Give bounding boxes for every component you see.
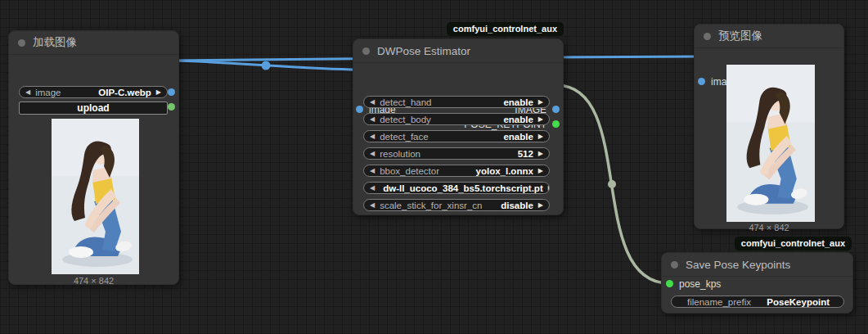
link-midpoint-dot[interactable] xyxy=(262,61,271,70)
preview-image xyxy=(726,65,815,222)
loaded-image-preview xyxy=(52,119,139,274)
node-preview-titlebar[interactable]: 预览图像 xyxy=(695,25,843,48)
combo-next-icon[interactable]: ▶ xyxy=(548,185,550,192)
node-source-badge: comfyui_controlnet_aux xyxy=(447,22,564,36)
widget-value: yolox_l.onnx xyxy=(476,166,533,176)
widget-value: enable xyxy=(503,115,533,124)
output-dot-image[interactable] xyxy=(552,106,560,113)
combo-prev-icon[interactable]: ◀ xyxy=(25,89,30,96)
input-dot-image[interactable] xyxy=(356,106,363,113)
detect-hand-widget[interactable]: ◀ detect_hand enable ▶ xyxy=(363,96,550,108)
scale-stick-widget[interactable]: ◀ scale_stick_for_xinsr_cn disable ▶ xyxy=(363,199,550,211)
output-dot-mask[interactable] xyxy=(168,103,175,111)
combo-next-icon[interactable]: ▶ xyxy=(538,116,543,123)
node-source-badge: comfyui_controlnet_aux xyxy=(735,237,852,250)
output-dot-image[interactable] xyxy=(168,88,175,96)
upload-button[interactable]: upload xyxy=(19,102,168,115)
bbox-detector-widget[interactable]: ◀ bbox_detector yolox_l.onnx ▶ xyxy=(363,165,550,177)
filename-prefix-widget[interactable]: filename_prefix PoseKeypoint xyxy=(671,296,844,308)
input-dot-pose-kps[interactable] xyxy=(666,280,673,287)
collapse-dot-icon[interactable] xyxy=(704,33,711,40)
node-title: DWPose Estimator xyxy=(377,45,470,57)
widget-label: scale_stick_for_xinsr_cn xyxy=(380,201,482,210)
widget-value: enable xyxy=(503,97,533,107)
widget-value: dw-ll_ucoco_384_bs5.torchscript.pt xyxy=(383,183,543,193)
combo-prev-icon[interactable]: ◀ xyxy=(370,168,375,174)
number-increment-icon[interactable]: ▶ xyxy=(538,151,543,157)
image-combo-widget[interactable]: ◀ image OIP-C.webp ▶ xyxy=(19,86,168,98)
widget-label: bbox_detector xyxy=(380,166,439,176)
collapse-dot-icon[interactable] xyxy=(362,47,370,55)
collapse-dot-icon[interactable] xyxy=(18,39,25,47)
combo-prev-icon[interactable]: ◀ xyxy=(370,116,375,123)
detect-body-widget[interactable]: ◀ detect_body enable ▶ xyxy=(363,113,550,125)
detect-face-widget[interactable]: ◀ detect_face enable ▶ xyxy=(363,130,550,142)
node-dwpose-titlebar[interactable]: DWPose Estimator xyxy=(353,39,563,63)
input-label: pose_kps xyxy=(679,278,721,290)
combo-prev-icon[interactable]: ◀ xyxy=(370,133,375,140)
node-dwpose-estimator[interactable]: DWPose Estimator image IMAGE POSE_KEYPOI… xyxy=(353,38,564,215)
widget-label: filename_prefix xyxy=(687,297,751,307)
node-title: 加载图像 xyxy=(33,35,77,50)
widget-value: PoseKeypoint xyxy=(767,297,830,307)
widget-label: image xyxy=(35,88,61,97)
widget-value: disable xyxy=(501,201,533,210)
resolution-widget[interactable]: ◀ resolution 512 ▶ xyxy=(363,147,550,160)
number-decrement-icon[interactable]: ◀ xyxy=(370,151,375,157)
input-dot-images[interactable] xyxy=(698,78,705,85)
combo-next-icon[interactable]: ▶ xyxy=(156,89,161,96)
widget-value: enable xyxy=(503,132,533,142)
link-midpoint-dot[interactable] xyxy=(608,180,616,188)
combo-next-icon[interactable]: ▶ xyxy=(538,168,543,174)
node-load-image-titlebar[interactable]: 加载图像 xyxy=(9,31,178,55)
widget-label: resolution xyxy=(380,149,421,159)
widget-label: detect_face xyxy=(380,132,428,142)
combo-next-icon[interactable]: ▶ xyxy=(538,133,543,140)
node-title: Save Pose Keypoints xyxy=(686,259,790,271)
widget-label: detect_body xyxy=(380,115,431,124)
collapse-dot-icon[interactable] xyxy=(671,261,678,269)
combo-next-icon[interactable]: ▶ xyxy=(538,202,543,209)
combo-prev-icon[interactable]: ◀ xyxy=(370,99,375,106)
image-dimensions-label: 474 × 842 xyxy=(695,223,843,232)
combo-prev-icon[interactable]: ◀ xyxy=(370,202,375,209)
node-load-image[interactable]: 加载图像 IMAGE MASK ◀ image OIP-C.webp ▶ upl… xyxy=(8,30,179,285)
node-save-pose-keypoints[interactable]: Save Pose Keypoints pose_kps filename_pr… xyxy=(661,252,853,314)
node-title: 预览图像 xyxy=(718,29,762,43)
widget-label: detect_hand xyxy=(380,97,431,107)
combo-prev-icon[interactable]: ◀ xyxy=(370,185,375,192)
image-dimensions-label: 474 × 842 xyxy=(9,276,178,286)
input-slot-pose-kps: pose_kps xyxy=(666,278,721,289)
node-graph-canvas[interactable]: 加载图像 IMAGE MASK ◀ image OIP-C.webp ▶ upl… xyxy=(0,0,868,334)
pose-estimator-widget[interactable]: ◀ p... dw-ll_ucoco_384_bs5.torchscript.p… xyxy=(363,182,550,194)
combo-next-icon[interactable]: ▶ xyxy=(538,99,543,106)
widget-value: OIP-C.webp xyxy=(98,88,151,97)
widget-value: 512 xyxy=(518,149,533,159)
output-dot-pose-keypoint[interactable] xyxy=(552,120,560,128)
node-save-titlebar[interactable]: Save Pose Keypoints xyxy=(662,253,852,277)
node-preview-image[interactable]: 预览图像 images 474 × 842 xyxy=(694,24,844,229)
